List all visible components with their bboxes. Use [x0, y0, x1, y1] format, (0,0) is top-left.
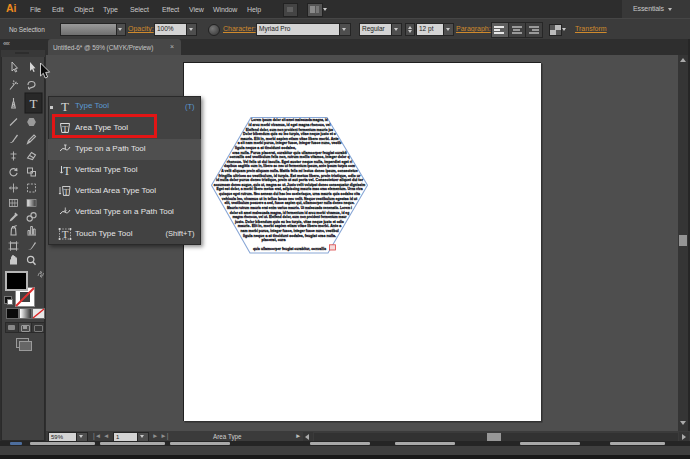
svg-text:quis ullamcorper feugiat curab: quis ullamcorper feugiat curabitur, conv…: [253, 246, 327, 251]
svg-text:T: T: [62, 228, 69, 240]
svg-text:T: T: [61, 99, 69, 113]
svg-text:T: T: [63, 164, 71, 178]
svg-text:T: T: [64, 187, 70, 197]
svg-text:placerat, cura: placerat, cura: [262, 237, 287, 242]
svg-text:ligula neque a at tincidunt so: ligula neque a at tincidunt sodales, feu…: [243, 233, 336, 238]
svg-text:T: T: [30, 96, 38, 111]
